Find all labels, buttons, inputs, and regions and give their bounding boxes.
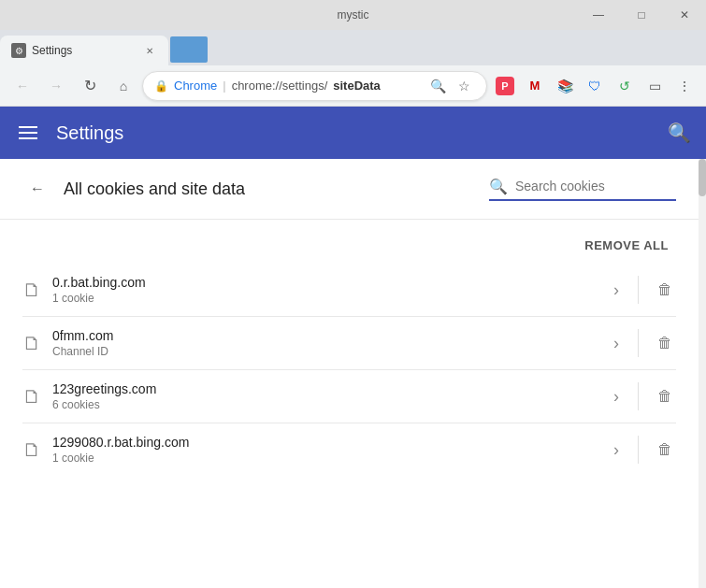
tab-close-button[interactable]: ✕ bbox=[142, 43, 157, 58]
search-cookies-container: 🔍 bbox=[489, 178, 676, 201]
toolbar-right: P M 📚 🛡 ↺ ▭ ⋮ bbox=[491, 72, 699, 100]
cookie-doc-icon: 🗋 bbox=[22, 439, 41, 461]
cookie-info: 0fmm.com Channel ID bbox=[52, 328, 598, 358]
cookie-expand-button[interactable]: › bbox=[610, 330, 623, 357]
content-area: ← All cookies and site data 🔍 REMOVE ALL… bbox=[0, 159, 706, 588]
cookie-delete-button[interactable]: 🗑 bbox=[654, 331, 676, 355]
forward-button[interactable]: → bbox=[41, 71, 71, 101]
cookie-doc-icon: 🗋 bbox=[22, 386, 41, 408]
extension-button[interactable]: ↺ bbox=[611, 72, 639, 100]
pocket-button[interactable]: P bbox=[491, 72, 519, 100]
bookmark-list-button[interactable]: 📚 bbox=[551, 72, 579, 100]
main-content: ← All cookies and site data 🔍 REMOVE ALL… bbox=[0, 159, 706, 588]
cookie-detail: 1 cookie bbox=[52, 452, 598, 465]
cookie-delete-button[interactable]: 🗑 bbox=[654, 384, 676, 409]
page-header: ← All cookies and site data 🔍 bbox=[0, 159, 699, 220]
star-icon[interactable]: ☆ bbox=[453, 75, 475, 97]
menu-button[interactable]: ⋮ bbox=[670, 72, 699, 100]
address-path-prefix: chrome://settings/ bbox=[232, 79, 328, 93]
titlebar-title: mystic bbox=[338, 8, 369, 22]
scrollbar-thumb[interactable] bbox=[699, 159, 706, 196]
search-cookies-input[interactable] bbox=[515, 179, 665, 194]
settings-header: Settings 🔍 bbox=[0, 107, 706, 159]
cookie-domain: 1299080.r.bat.bing.com bbox=[52, 435, 598, 450]
cookie-delete-button[interactable]: 🗑 bbox=[654, 437, 676, 462]
cast-button[interactable]: ▭ bbox=[641, 72, 669, 100]
close-button[interactable]: ✕ bbox=[663, 0, 706, 30]
address-separator: | bbox=[223, 79, 225, 93]
page-title: All cookies and site data bbox=[64, 179, 489, 199]
cookie-domain: 123greetings.com bbox=[52, 381, 598, 396]
cookie-item: 🗋 1299080.r.bat.bing.com 1 cookie › 🗑 bbox=[22, 423, 676, 476]
cookie-doc-icon: 🗋 bbox=[22, 333, 41, 354]
cookie-domain: 0.r.bat.bing.com bbox=[52, 275, 598, 290]
titlebar: mystic — □ ✕ bbox=[0, 0, 706, 30]
cookie-separator bbox=[638, 436, 639, 464]
lock-icon: 🔒 bbox=[154, 79, 168, 93]
address-bar[interactable]: 🔒 Chrome | chrome://settings/siteData 🔍 … bbox=[142, 71, 487, 101]
cookie-separator bbox=[638, 329, 639, 357]
cookie-domain: 0fmm.com bbox=[52, 328, 598, 343]
cookie-expand-button[interactable]: › bbox=[610, 383, 623, 410]
new-tab-area bbox=[170, 36, 208, 63]
cookie-detail: Channel ID bbox=[52, 345, 598, 358]
titlebar-controls: — □ ✕ bbox=[577, 0, 706, 30]
hamburger-button[interactable] bbox=[15, 122, 41, 143]
cookie-detail: 6 cookies bbox=[52, 398, 598, 411]
search-icon[interactable]: 🔍 bbox=[426, 75, 449, 97]
settings-page-title: Settings bbox=[56, 122, 653, 144]
tabbar: ⚙ Settings ✕ bbox=[0, 30, 706, 65]
cookie-info: 1299080.r.bat.bing.com 1 cookie bbox=[52, 435, 598, 465]
cookie-separator bbox=[638, 382, 639, 410]
home-button[interactable]: ⌂ bbox=[108, 71, 138, 101]
cookie-expand-button[interactable]: › bbox=[610, 437, 623, 464]
reload-button[interactable]: ↻ bbox=[75, 71, 105, 101]
maximize-button[interactable]: □ bbox=[620, 0, 663, 30]
settings-search-icon[interactable]: 🔍 bbox=[668, 122, 691, 144]
cookie-list: 🗋 0.r.bat.bing.com 1 cookie › 🗑 🗋 0fmm.c… bbox=[0, 264, 699, 476]
cookie-delete-button[interactable]: 🗑 bbox=[654, 278, 676, 302]
scrollbar[interactable] bbox=[699, 159, 706, 588]
cookie-detail: 1 cookie bbox=[52, 292, 598, 305]
search-cookies-icon: 🔍 bbox=[489, 178, 508, 195]
address-actions: 🔍 ☆ bbox=[426, 75, 475, 97]
toolbar: ← → ↻ ⌂ 🔒 Chrome | chrome://settings/sit… bbox=[0, 65, 706, 107]
address-path-bold: siteData bbox=[333, 79, 381, 93]
cookie-info: 123greetings.com 6 cookies bbox=[52, 381, 598, 411]
page-back-button[interactable]: ← bbox=[22, 174, 52, 204]
tab-label: Settings bbox=[32, 44, 72, 57]
settings-tab[interactable]: ⚙ Settings ✕ bbox=[0, 36, 168, 65]
cookie-item: 🗋 0fmm.com Channel ID › 🗑 bbox=[22, 317, 676, 370]
cookie-info: 0.r.bat.bing.com 1 cookie bbox=[52, 275, 598, 305]
remove-all-button[interactable]: REMOVE ALL bbox=[577, 235, 676, 256]
shield-button[interactable]: 🛡 bbox=[581, 72, 609, 100]
reader-button[interactable]: M bbox=[521, 72, 549, 100]
cookie-separator bbox=[638, 276, 639, 304]
cookie-expand-button[interactable]: › bbox=[610, 277, 623, 304]
back-button[interactable]: ← bbox=[7, 71, 37, 101]
chrome-label: Chrome bbox=[174, 79, 217, 93]
minimize-button[interactable]: — bbox=[577, 0, 620, 30]
cookie-doc-icon: 🗋 bbox=[22, 280, 41, 301]
cookie-item: 🗋 123greetings.com 6 cookies › 🗑 bbox=[22, 370, 676, 423]
tab-favicon: ⚙ bbox=[11, 43, 26, 58]
cookie-item: 🗋 0.r.bat.bing.com 1 cookie › 🗑 bbox=[22, 264, 676, 317]
remove-all-row: REMOVE ALL bbox=[0, 220, 699, 264]
